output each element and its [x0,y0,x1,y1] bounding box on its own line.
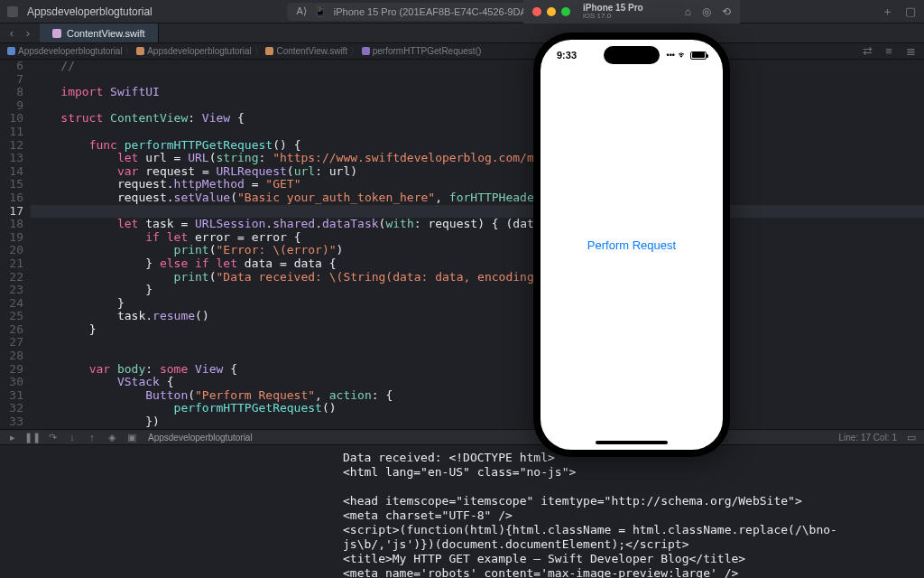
breadcrumb-item[interactable]: Appsdeveloperblogtutorial [147,46,252,56]
nav-back-forward: ‹ › [0,23,40,42]
plus-icon[interactable]: ＋ [881,5,893,18]
pause-icon[interactable]: ❚❚ [27,432,38,443]
signal-icon: ••• [667,51,675,60]
cursor-position: Line: 17 Col: 1 [839,433,898,443]
status-bar: 9:33 ••• ᯤ [541,46,723,64]
window-controls [532,7,570,16]
breakpoint-icon[interactable]: ◈ [106,432,117,443]
project-name: Appsdeveloperblogtutorial [27,5,152,18]
adjust-icon[interactable]: ≣ [904,45,917,58]
breadcrumb-item[interactable]: ContentView.swift [276,46,347,56]
counterpart-icon[interactable]: ⇄ [861,45,873,58]
sim-device-label: iPhone 15 Pro iOS 17.0 [583,3,643,21]
simulator-titlebar[interactable]: iPhone 15 Pro iOS 17.0 ⌂ ◎ ⟲ [523,0,740,23]
minimap-icon[interactable]: ≡ [882,45,895,58]
xcode-toolbar: Appsdeveloperblogtutorial A⟩ 📱 iPhone 15… [0,0,924,23]
screenshot-icon[interactable]: ◎ [702,5,711,18]
swift-file-icon [52,29,61,38]
breadcrumb-item[interactable]: performHTTPGetRequest() [373,46,482,56]
zoom-icon[interactable] [561,7,570,16]
step-out-icon[interactable]: ↑ [87,432,97,443]
wifi-icon: ᯤ [679,51,687,60]
simulator-window: iPhone 15 Pro iOS 17.0 ⌂ ◎ ⟲ 9:33 ••• ᯤ … [523,0,740,466]
perform-request-button[interactable]: Perform Request [587,238,676,252]
step-over-icon[interactable]: ↷ [47,432,58,443]
rotate-icon[interactable]: ⟲ [722,5,731,18]
status-time: 9:33 [557,50,577,61]
battery-icon [690,51,707,60]
library-icon[interactable]: ▢ [904,5,917,18]
breadcrumb-item[interactable]: Appsdeveloperblogtutorial [18,46,123,56]
code-editor[interactable]: 6789101112131415161718192021222324252627… [0,60,924,429]
step-in-icon[interactable]: ↓ [67,432,78,443]
file-tab-contentview[interactable]: ContentView.swift [40,23,159,42]
home-indicator [596,441,668,444]
debug-bar: ▸ ❚❚ ↷ ↓ ↑ ◈ ▣ Appsdeveloperblogtutorial… [0,429,924,445]
tab-filename: ContentView.swift [67,28,145,39]
close-icon[interactable] [532,7,541,16]
breadcrumb-bar: Appsdeveloperblogtutorial 〉 Appsdevelope… [0,43,924,60]
phone-icon: 📱 [314,5,327,17]
scheme-label: A⟩ [296,5,306,17]
iphone-screen[interactable]: 9:33 ••• ᯤ Perform Request [541,40,723,450]
forward-icon[interactable]: › [22,27,34,40]
project-icon [7,6,18,17]
device-os: iOS 17.0 [583,13,643,21]
home-icon[interactable]: ⌂ [685,5,691,18]
back-icon[interactable]: ‹ [5,27,18,40]
app-icon: ▣ [126,432,137,443]
iphone-frame: 9:33 ••• ᯤ Perform Request [533,33,730,457]
panel-toggle-icon[interactable]: ▭ [906,432,917,443]
line-gutter: 6789101112131415161718192021222324252627… [0,60,31,429]
tab-strip: ‹ › ContentView.swift [0,23,924,43]
minimize-icon[interactable] [547,7,556,16]
code-area[interactable]: // import SwiftUI struct ContentView: Vi… [31,60,924,429]
console-output[interactable]: Data received: <!DOCTYPE html> <html lan… [0,445,924,578]
debug-toggle-icon[interactable]: ▸ [7,432,18,443]
toolbar-right: ＋ ▢ [881,5,917,18]
debug-target[interactable]: Appsdeveloperblogtutorial [148,433,253,443]
